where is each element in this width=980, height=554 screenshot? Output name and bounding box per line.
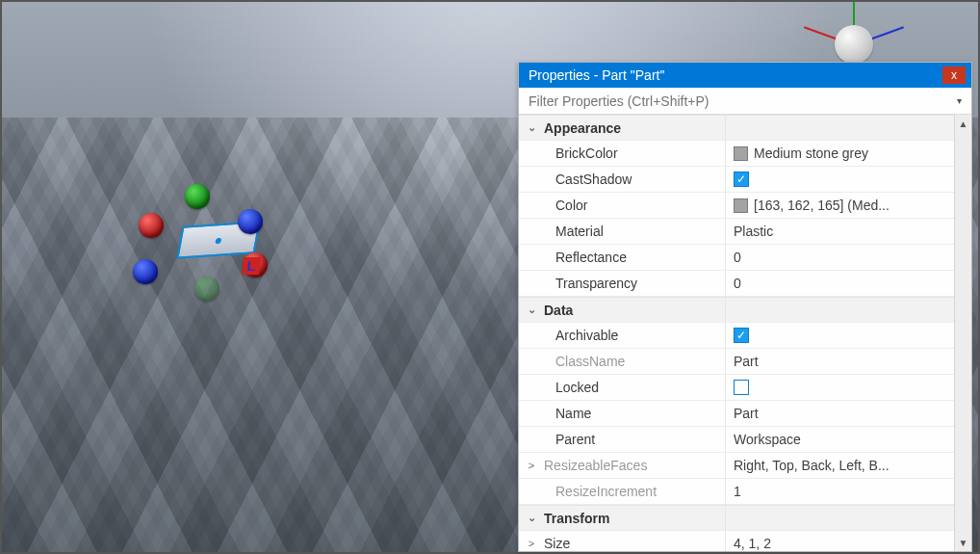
prop-value: Plastic bbox=[734, 224, 773, 239]
category-label: Transform bbox=[544, 511, 609, 526]
prop-value: Workspace bbox=[734, 432, 801, 447]
prop-value: 0 bbox=[734, 276, 741, 291]
prop-reflectance[interactable]: Reflectance 0 bbox=[519, 245, 954, 271]
prop-label: CastShadow bbox=[544, 171, 632, 187]
scroll-down-icon[interactable]: ▼ bbox=[955, 534, 971, 551]
chevron-down-icon: ⌄ bbox=[525, 121, 538, 134]
chevron-right-icon[interactable]: > bbox=[525, 538, 538, 549]
prop-castshadow[interactable]: CastShadow ✓ bbox=[519, 167, 954, 193]
resize-handle-green[interactable] bbox=[185, 184, 210, 209]
scrollbar[interactable]: ▲ ▼ bbox=[954, 115, 971, 551]
category-data[interactable]: ⌄Data bbox=[519, 297, 954, 323]
prop-label: Reflectance bbox=[544, 250, 627, 265]
chevron-down-icon: ⌄ bbox=[525, 303, 538, 316]
selected-part-group[interactable]: L bbox=[146, 190, 300, 305]
prop-label: BrickColor bbox=[544, 145, 618, 161]
prop-brickcolor[interactable]: BrickColor Medium stone grey bbox=[519, 141, 954, 167]
prop-label: Locked bbox=[544, 380, 599, 395]
prop-name[interactable]: Name Part bbox=[519, 401, 954, 427]
properties-panel: Properties - Part "Part" x ▾ ⌄Appearance… bbox=[518, 62, 972, 552]
prop-label: Transparency bbox=[544, 276, 637, 291]
prop-value: 0 bbox=[734, 250, 741, 265]
prop-value: Medium stone grey bbox=[754, 145, 868, 161]
prop-value: 4, 1, 2 bbox=[734, 536, 771, 551]
color-swatch-icon bbox=[734, 198, 748, 213]
prop-classname: ClassName Part bbox=[519, 349, 954, 375]
prop-value: Right, Top, Back, Left, B... bbox=[734, 458, 890, 473]
prop-label: Color bbox=[544, 198, 587, 213]
checkbox-checked-icon[interactable]: ✓ bbox=[734, 328, 749, 343]
prop-material[interactable]: Material Plastic bbox=[519, 219, 954, 245]
resize-handle-blue-2[interactable] bbox=[133, 259, 158, 284]
prop-resizeincrement: ResizeIncrement 1 bbox=[519, 479, 954, 505]
scroll-up-icon[interactable]: ▲ bbox=[955, 115, 971, 132]
prop-label: Archivable bbox=[544, 328, 618, 343]
prop-label: Name bbox=[544, 406, 591, 421]
prop-size[interactable]: >Size 4, 1, 2 bbox=[519, 531, 954, 551]
properties-rows: ⌄Appearance BrickColor Medium stone grey… bbox=[519, 115, 954, 551]
prop-value: Part bbox=[734, 406, 759, 421]
prop-value: [163, 162, 165] (Med... bbox=[754, 198, 890, 213]
prop-transparency[interactable]: Transparency 0 bbox=[519, 271, 954, 297]
prop-value: 1 bbox=[734, 484, 741, 499]
filter-input[interactable] bbox=[529, 93, 953, 109]
resize-handle-red[interactable] bbox=[139, 213, 164, 238]
prop-value: Part bbox=[734, 354, 759, 369]
category-label: Data bbox=[544, 303, 573, 318]
viewport-3d[interactable]: L Properties - Part "Part" x ▾ ⌄Appearan… bbox=[0, 0, 980, 554]
prop-parent[interactable]: Parent Workspace bbox=[519, 427, 954, 453]
prop-archivable[interactable]: Archivable ✓ bbox=[519, 323, 954, 349]
prop-label: Parent bbox=[544, 432, 595, 447]
prop-label: ResizeIncrement bbox=[544, 484, 657, 499]
chevron-down-icon: ⌄ bbox=[525, 512, 538, 524]
resize-handle-blue[interactable] bbox=[238, 209, 263, 234]
category-appearance[interactable]: ⌄Appearance bbox=[519, 115, 954, 141]
properties-titlebar[interactable]: Properties - Part "Part" x bbox=[519, 63, 971, 88]
axis-letter-overlay: L bbox=[242, 257, 261, 275]
prop-resizeablefaces: >ResizeableFaces Right, Top, Back, Left,… bbox=[519, 453, 954, 479]
resize-handle-ghost[interactable] bbox=[194, 277, 219, 302]
chevron-right-icon[interactable]: > bbox=[525, 460, 538, 471]
filter-dropdown-icon[interactable]: ▾ bbox=[953, 95, 966, 106]
close-button[interactable]: x bbox=[942, 66, 966, 84]
prop-label: Material bbox=[544, 224, 604, 239]
category-label: Appearance bbox=[544, 120, 621, 136]
prop-label: Size bbox=[544, 536, 570, 551]
checkbox-checked-icon[interactable]: ✓ bbox=[734, 171, 749, 187]
prop-color[interactable]: Color [163, 162, 165] (Med... bbox=[519, 193, 954, 219]
prop-label: ResizeableFaces bbox=[544, 458, 647, 473]
color-swatch-icon bbox=[734, 146, 748, 161]
prop-locked[interactable]: Locked bbox=[519, 375, 954, 401]
category-transform[interactable]: ⌄Transform bbox=[519, 505, 954, 531]
axis-center-ball bbox=[835, 25, 873, 64]
checkbox-unchecked-icon[interactable] bbox=[734, 380, 749, 395]
filter-row: ▾ bbox=[519, 88, 971, 115]
properties-title: Properties - Part "Part" bbox=[529, 67, 664, 83]
prop-label: ClassName bbox=[544, 354, 625, 369]
